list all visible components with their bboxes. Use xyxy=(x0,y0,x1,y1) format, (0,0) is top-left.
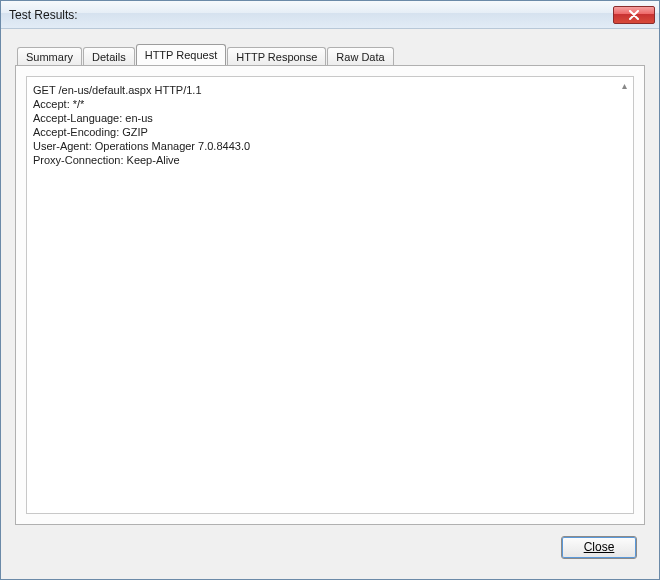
request-text: GET /en-us/default.aspx HTTP/1.1 Accept:… xyxy=(33,83,613,507)
tab-http-response[interactable]: HTTP Response xyxy=(227,47,326,66)
client-area: Summary Details HTTP Request HTTP Respon… xyxy=(1,29,659,579)
tab-details[interactable]: Details xyxy=(83,47,135,66)
titlebar[interactable]: Test Results: xyxy=(1,1,659,29)
request-textbox[interactable]: GET /en-us/default.aspx HTTP/1.1 Accept:… xyxy=(26,76,634,514)
tab-panel: GET /en-us/default.aspx HTTP/1.1 Accept:… xyxy=(15,65,645,525)
tab-strip: Summary Details HTTP Request HTTP Respon… xyxy=(17,43,645,65)
window-close-button[interactable] xyxy=(613,6,655,24)
window-frame: Test Results: Summary Details HTTP Reque… xyxy=(0,0,660,580)
close-button[interactable]: Close xyxy=(561,536,637,559)
tab-http-request[interactable]: HTTP Request xyxy=(136,44,227,65)
window-title: Test Results: xyxy=(9,8,613,22)
dialog-footer: Close xyxy=(15,525,645,569)
close-icon xyxy=(628,10,640,20)
tab-summary[interactable]: Summary xyxy=(17,47,82,66)
scroll-up-icon[interactable]: ▴ xyxy=(618,80,630,92)
tab-raw-data[interactable]: Raw Data xyxy=(327,47,393,66)
